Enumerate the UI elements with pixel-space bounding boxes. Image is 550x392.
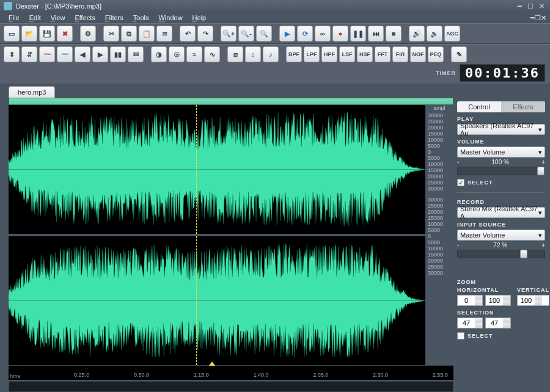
expand-icon[interactable]: ⇕ xyxy=(4,46,20,62)
chevron-down-icon[interactable]: ▼ xyxy=(503,323,510,328)
chevron-up-icon[interactable]: ▲ xyxy=(535,296,542,300)
volume-device-combo[interactable]: Master Volume ▾ xyxy=(457,147,545,158)
chevron-down-icon[interactable]: ▼ xyxy=(503,300,510,305)
input-plus[interactable]: + xyxy=(541,242,545,249)
menu-view[interactable]: View xyxy=(46,13,70,22)
echo-icon[interactable]: ⦾ xyxy=(169,46,185,62)
open-file-icon[interactable]: 📂 xyxy=(21,26,37,42)
wave-blue-icon[interactable]: 〰 xyxy=(57,46,73,62)
graph-icon[interactable]: ⧄ xyxy=(227,46,243,62)
pause-icon[interactable]: ❚❚ xyxy=(350,26,366,42)
menu-edit[interactable]: Edit xyxy=(24,13,46,22)
child-close-button[interactable]: ✕ xyxy=(541,14,546,22)
menu-tools[interactable]: Tools xyxy=(128,13,154,22)
wave-red-icon[interactable]: 〰 xyxy=(39,46,55,62)
save-icon[interactable]: 💾 xyxy=(39,26,55,42)
zoom-h-to-stepper[interactable]: ▲▼ xyxy=(485,295,511,306)
menu-window[interactable]: Window xyxy=(153,13,187,22)
zoom-out-icon[interactable]: 🔍- xyxy=(238,26,254,42)
speaker-left-icon[interactable]: 🔊 xyxy=(409,26,425,42)
undo-icon[interactable]: ↶ xyxy=(180,26,196,42)
timeline-ruler-top[interactable] xyxy=(9,98,453,105)
chevron-up-icon[interactable]: ▲ xyxy=(503,318,510,323)
zoom-h-from-stepper[interactable]: ▲▼ xyxy=(457,295,483,306)
copy-icon[interactable]: ⧉ xyxy=(121,26,137,42)
edit-wave-icon[interactable]: ✎ xyxy=(451,46,467,62)
horizontal-scrollbar[interactable] xyxy=(9,381,453,392)
new-file-icon[interactable]: ▭ xyxy=(4,26,20,42)
menu-file[interactable]: File xyxy=(4,13,24,22)
agc-button[interactable]: AGC xyxy=(444,26,460,42)
input-source-combo[interactable]: Master Volume ▾ xyxy=(457,230,545,241)
volume-slider[interactable] xyxy=(457,167,545,175)
lsf-button[interactable]: LSF xyxy=(339,46,355,62)
zoom-h-from-input[interactable] xyxy=(458,296,475,305)
loop-icon[interactable]: ∞ xyxy=(315,26,331,42)
reverb-icon[interactable]: ◑ xyxy=(151,46,167,62)
select-checkbox-1[interactable]: ✓ SELECT xyxy=(457,179,545,186)
fft-button[interactable]: FFT xyxy=(375,46,391,62)
playhead-marker-bottom-icon[interactable] xyxy=(209,361,215,366)
selection-to-input[interactable] xyxy=(486,318,503,328)
play-icon[interactable]: ▶ xyxy=(279,26,295,42)
maximize-button[interactable]: ☐ xyxy=(526,2,535,10)
menu-effects[interactable]: Effects xyxy=(70,13,100,22)
lpf-button[interactable]: LPF xyxy=(304,46,320,62)
fir-button[interactable]: FIR xyxy=(392,46,408,62)
chevron-down-icon[interactable]: ▼ xyxy=(535,300,542,305)
child-minimize-button[interactable]: ━ xyxy=(530,14,535,22)
stretch-icon[interactable]: ↕ xyxy=(245,46,261,62)
redo-icon[interactable]: ↷ xyxy=(197,26,213,42)
stop-icon[interactable]: ■ xyxy=(386,26,402,42)
zoom-in-icon[interactable]: 🔍+ xyxy=(221,26,237,42)
music-note-icon[interactable]: ♪ xyxy=(263,46,279,62)
input-minus[interactable]: - xyxy=(457,242,459,249)
skip-icon[interactable]: ⏭ xyxy=(368,26,384,42)
eq-bars-icon[interactable]: ▮▮ xyxy=(110,46,126,62)
record-device-combo[interactable]: Stereo Mix (Realtek AC97 A ▾ xyxy=(457,207,545,218)
chevron-up-icon[interactable]: ▲ xyxy=(503,296,510,300)
hpf-button[interactable]: HPF xyxy=(321,46,337,62)
waveform-right-channel[interactable] xyxy=(9,236,425,365)
peq-button[interactable]: PEQ xyxy=(428,46,444,62)
tab-effects[interactable]: Effects xyxy=(501,101,545,112)
fade-out-icon[interactable]: ▶ xyxy=(92,46,108,62)
timeline-ruler-bottom[interactable]: hms 0:25.00:50.01:15.01:40.02:05.02:30.0… xyxy=(9,365,453,380)
chorus-icon[interactable]: ≈ xyxy=(186,46,202,62)
mix-paste-icon[interactable]: ≋ xyxy=(156,26,172,42)
selection-to-stepper[interactable]: ▲▼ xyxy=(485,318,511,328)
gear-icon[interactable]: ⚙ xyxy=(80,26,96,42)
zoom-h-to-input[interactable] xyxy=(486,296,503,305)
bpf-button[interactable]: BPF xyxy=(286,46,302,62)
paste-icon[interactable]: 📋 xyxy=(139,26,155,42)
child-restore-button[interactable]: ❐ xyxy=(535,14,541,22)
compress-icon[interactable]: ⇵ xyxy=(21,46,37,62)
volume-minus[interactable]: - xyxy=(457,159,459,165)
fade-in-icon[interactable]: ◀ xyxy=(75,46,90,62)
selection-from-stepper[interactable]: ▲▼ xyxy=(457,318,483,328)
selection-from-input[interactable] xyxy=(458,318,475,328)
minimize-button[interactable]: ━ xyxy=(515,2,524,10)
chevron-down-icon[interactable]: ▼ xyxy=(475,323,482,328)
zoom-v-input[interactable] xyxy=(518,296,535,305)
menu-help[interactable]: Help xyxy=(188,13,211,22)
input-slider[interactable] xyxy=(457,250,545,258)
speaker-right-icon[interactable]: 🔉 xyxy=(427,26,442,42)
chevron-up-icon[interactable]: ▲ xyxy=(475,318,482,323)
chevron-up-icon[interactable]: ▲ xyxy=(475,296,482,300)
volume-plus[interactable]: + xyxy=(541,159,545,165)
tab-control[interactable]: Control xyxy=(457,101,501,112)
waveform-left-channel[interactable] xyxy=(9,105,425,234)
envelope-icon[interactable]: ✉ xyxy=(128,46,144,62)
select-checkbox-2[interactable]: SELECT xyxy=(457,332,545,339)
record-icon[interactable]: ● xyxy=(332,26,348,42)
nof-button[interactable]: NOF xyxy=(410,46,426,62)
hsf-button[interactable]: HSF xyxy=(357,46,373,62)
tab-file[interactable]: hero.mp3 xyxy=(9,86,55,98)
zoom-v-stepper[interactable]: ▲▼ xyxy=(517,295,549,306)
cut-icon[interactable]: ✂ xyxy=(103,26,119,42)
zoom-fit-icon[interactable]: 🔍 xyxy=(256,26,272,42)
delete-icon[interactable]: ✖ xyxy=(57,26,73,42)
play-loop-icon[interactable]: ⟳ xyxy=(297,26,313,42)
chevron-down-icon[interactable]: ▼ xyxy=(475,300,482,305)
